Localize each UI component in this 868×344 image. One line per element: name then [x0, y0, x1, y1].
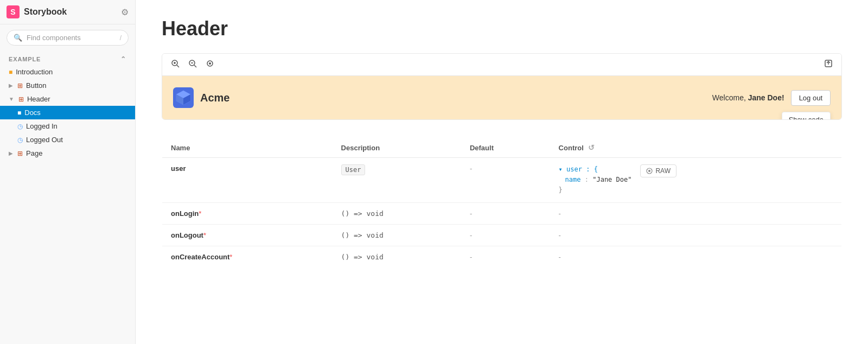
doc-icon: ■	[17, 109, 21, 117]
row-control: -	[550, 224, 842, 246]
row-description: User	[333, 158, 461, 203]
reset-zoom-button[interactable]	[203, 58, 216, 71]
col-control: Control ↺	[550, 138, 841, 157]
row-control: -	[550, 202, 842, 224]
sidebar-item-logged-out[interactable]: ◷ Logged Out	[0, 133, 135, 146]
search-placeholder: Find components	[27, 34, 116, 42]
zoom-in-button[interactable]	[169, 58, 182, 71]
expand-icon: ▶	[9, 82, 13, 88]
preview-tools	[169, 58, 216, 71]
row-control: -	[550, 246, 842, 267]
svg-point-17	[648, 170, 650, 172]
sidebar-item-label: Button	[26, 81, 47, 90]
user-name: Jane Doe!	[748, 93, 784, 102]
chevron-icon[interactable]: ⌃	[120, 55, 126, 63]
component-icon: ⊞	[18, 95, 24, 103]
preview-area: Acme Welcome, Jane Doe! Log out Show cod…	[162, 53, 842, 120]
row-default: -	[461, 246, 550, 267]
table-row: onCreateAccount* () => void - -	[162, 246, 842, 267]
control-user-area: ▾ user : { name : "Jane Doe" } RAW	[559, 164, 833, 196]
sidebar-item-label: Docs	[24, 109, 41, 117]
zoom-out-button[interactable]	[186, 58, 199, 71]
show-code-tooltip[interactable]: Show code	[782, 112, 831, 120]
code-value: ▾ user : { name : "Jane Doe" }	[559, 164, 632, 196]
sidebar: S Storybook ⚙ 🔍 Find components / EXAMPL…	[0, 0, 136, 344]
row-default: -	[461, 202, 550, 224]
svg-line-5	[194, 65, 196, 67]
svg-line-1	[177, 65, 179, 67]
row-default: -	[461, 158, 550, 203]
search-shortcut: /	[120, 34, 122, 42]
page-title: Header	[162, 17, 842, 40]
component-icon: ⊞	[17, 150, 23, 157]
row-description: () => void	[333, 246, 461, 267]
sidebar-item-label: Header	[27, 95, 50, 103]
sidebar-item-button[interactable]: ▶ ⊞ Button	[0, 79, 135, 92]
table-row: onLogout* () => void - -	[162, 224, 842, 246]
sidebar-item-logged-in[interactable]: ◷ Logged In	[0, 119, 135, 133]
col-description: Description	[333, 138, 461, 158]
preview-toolbar	[162, 54, 841, 76]
row-name: onLogin*	[162, 202, 333, 224]
required-star: *	[229, 253, 232, 261]
sidebar-item-label: Logged Out	[26, 136, 63, 144]
story-icon: ◷	[17, 123, 23, 130]
required-star: *	[203, 231, 206, 239]
main-content: Header	[136, 0, 868, 344]
acme-cube-icon	[173, 87, 194, 108]
row-description: () => void	[333, 202, 461, 224]
logout-button[interactable]: Log out	[791, 90, 831, 106]
col-name: Name	[162, 138, 333, 158]
share-button[interactable]	[822, 58, 835, 71]
sidebar-header: S Storybook ⚙	[0, 0, 135, 24]
story-icon: ◷	[17, 136, 23, 144]
col-default: Default	[461, 138, 550, 158]
table-row: onLogin* () => void - -	[162, 202, 842, 224]
sidebar-item-label: Page	[26, 149, 42, 157]
acme-right-area: Welcome, Jane Doe! Log out Show code	[712, 90, 831, 106]
gear-icon[interactable]: ⚙	[121, 7, 129, 17]
svg-point-8	[209, 62, 211, 65]
welcome-text: Welcome, Jane Doe!	[712, 93, 784, 102]
table-header-row: Name Description Default Control ↺	[162, 138, 842, 158]
raw-button[interactable]: RAW	[640, 164, 676, 177]
reset-controls-icon[interactable]: ↺	[588, 143, 595, 152]
search-icon: 🔍	[14, 34, 22, 42]
row-description: () => void	[333, 224, 461, 246]
sidebar-item-label: Introduction	[16, 68, 53, 76]
sidebar-title: Storybook	[24, 7, 67, 17]
acme-logo-area: Acme	[173, 87, 229, 108]
row-name: user	[162, 158, 333, 203]
required-star: *	[199, 209, 201, 218]
expand-icon: ▶	[9, 150, 13, 156]
sidebar-logo: S Storybook	[7, 5, 67, 18]
expand-icon: ▼	[9, 96, 14, 102]
row-default: -	[461, 224, 550, 246]
row-name: onCreateAccount*	[162, 246, 333, 267]
search-bar[interactable]: 🔍 Find components /	[7, 30, 129, 46]
row-name: onLogout*	[162, 224, 333, 246]
acme-name: Acme	[200, 92, 229, 104]
sidebar-item-page[interactable]: ▶ ⊞ Page	[0, 146, 135, 160]
component-icon: ⊞	[17, 82, 23, 90]
storybook-logo-icon: S	[7, 5, 20, 18]
sidebar-item-introduction[interactable]: ■ Introduction	[0, 65, 135, 79]
section-label: EXAMPLE ⌃	[0, 51, 135, 65]
args-table: Name Description Default Control ↺ user …	[162, 137, 842, 268]
sidebar-item-docs[interactable]: ■ Docs	[0, 106, 135, 119]
row-control: ▾ user : { name : "Jane Doe" } RAW	[550, 158, 842, 203]
table-row: user User - ▾ user : { name : "Jane Doe"…	[162, 158, 842, 203]
sidebar-item-label: Logged In	[26, 122, 58, 130]
preview-frame: Acme Welcome, Jane Doe! Log out Show cod…	[162, 76, 841, 119]
doc-icon: ■	[9, 68, 12, 76]
sidebar-item-header[interactable]: ▼ ⊞ Header	[0, 92, 135, 106]
